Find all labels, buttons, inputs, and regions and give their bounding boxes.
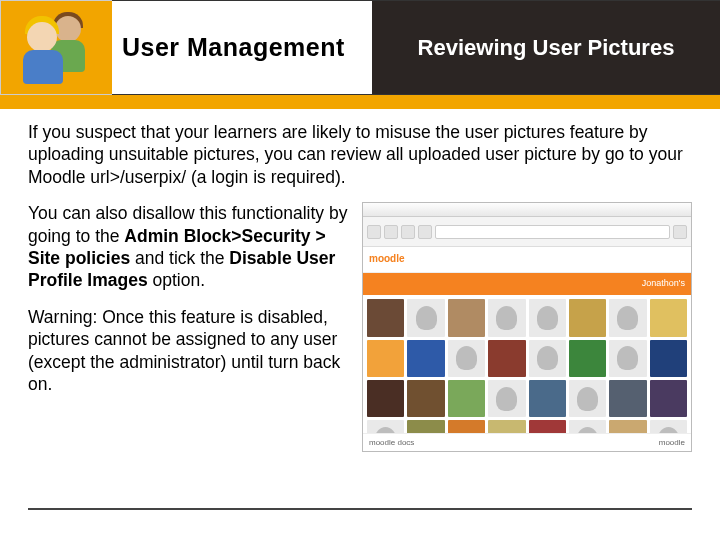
site-header-text: Jonathon's — [642, 278, 685, 290]
accent-strip — [0, 95, 720, 109]
browser-screenshot: moodle Jonathon's moodle docs moodle — [362, 202, 692, 452]
slide-body: If you suspect that your learners are li… — [0, 95, 720, 452]
user-avatar — [448, 299, 485, 336]
user-avatar — [407, 340, 444, 377]
user-avatar — [569, 299, 606, 336]
user-avatar — [529, 340, 566, 377]
home-icon — [418, 225, 432, 239]
paragraph-intro: If you suspect that your learners are li… — [28, 121, 692, 188]
footer-right: moodle — [659, 438, 685, 448]
user-avatar — [407, 299, 444, 336]
search-icon — [673, 225, 687, 239]
slide-header: User Management Reviewing User Pictures — [0, 0, 720, 95]
user-avatar — [367, 380, 404, 417]
paragraph-disable: You can also disallow this functionality… — [28, 202, 352, 292]
user-avatar — [569, 340, 606, 377]
user-avatar — [569, 380, 606, 417]
user-avatar — [529, 299, 566, 336]
nav-forward-icon — [384, 225, 398, 239]
nav-back-icon — [367, 225, 381, 239]
reload-icon — [401, 225, 415, 239]
user-avatar — [609, 380, 646, 417]
user-avatar — [448, 380, 485, 417]
user-avatar — [609, 340, 646, 377]
user-avatar — [488, 340, 525, 377]
user-avatar — [407, 380, 444, 417]
user-avatar — [367, 299, 404, 336]
moodle-logo: moodle — [369, 253, 405, 266]
url-bar — [435, 225, 670, 239]
site-brand-bar: moodle — [363, 247, 691, 273]
users-icon — [0, 0, 112, 95]
window-titlebar — [363, 203, 691, 217]
user-avatar — [609, 299, 646, 336]
user-avatar — [367, 340, 404, 377]
site-footer: moodle docs moodle — [363, 433, 691, 451]
footer-left: moodle docs — [369, 438, 414, 448]
user-avatar — [650, 299, 687, 336]
user-avatar — [529, 380, 566, 417]
bottom-divider — [28, 508, 692, 510]
page-title: Reviewing User Pictures — [418, 35, 675, 61]
user-avatar — [488, 380, 525, 417]
user-avatar — [488, 299, 525, 336]
browser-toolbar — [363, 217, 691, 247]
user-avatar — [650, 380, 687, 417]
user-avatar — [650, 340, 687, 377]
section-title-box: User Management — [112, 0, 372, 95]
section-title: User Management — [122, 34, 345, 60]
user-picture-grid — [363, 295, 691, 452]
site-header-bar: Jonathon's — [363, 273, 691, 295]
paragraph-warning: Warning: Once this feature is disabled, … — [28, 306, 352, 396]
user-avatar — [448, 340, 485, 377]
page-title-box: Reviewing User Pictures — [372, 0, 720, 95]
